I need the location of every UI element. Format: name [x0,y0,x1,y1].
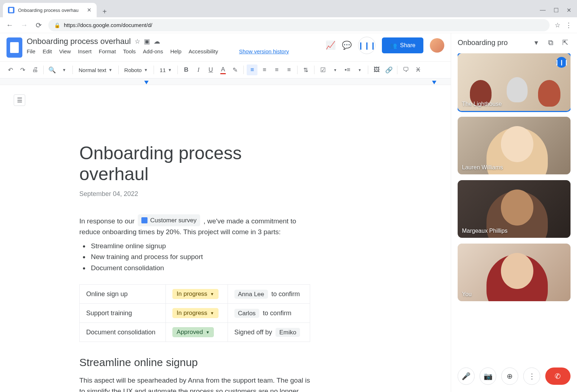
browser-tab-strip: Onboarding process overhau ✕ + — ☐ ✕ [0,0,577,17]
line-spacing-icon[interactable]: ⇅ [300,64,311,75]
docs-logo-icon[interactable] [6,37,22,58]
indent-marker-left[interactable] [144,81,149,84]
ruler[interactable] [0,79,451,85]
bullet-list[interactable]: Streamline online signup New training an… [89,241,310,273]
video-tile[interactable]: Lauren Williams [458,117,571,174]
meet-panel-title: Onboarding pro [458,39,527,47]
status-chip[interactable]: Approved▼ [172,327,214,337]
italic-icon[interactable]: I [193,64,204,75]
checklist-icon[interactable]: ☑ [317,64,328,75]
section-body[interactable]: This aspect will be spearheaded by Anna … [79,375,310,392]
version-history-link[interactable]: Show version history [239,48,289,54]
align-justify-icon[interactable]: ≡ [283,64,294,75]
menu-tools[interactable]: Tools [123,48,136,54]
document-page[interactable]: Onboarding process overhaul September 04… [29,96,325,392]
undo-icon[interactable]: ↶ [5,64,16,75]
menu-help[interactable]: Help [170,48,181,54]
account-avatar[interactable] [430,38,444,53]
person-chip[interactable]: Anna Lee [234,290,268,299]
more-options-button[interactable]: ⋮ [523,368,540,385]
doc-date[interactable]: September 04, 2022 [79,190,310,198]
chevron-down-icon[interactable]: ▾ [531,38,542,47]
menu-insert[interactable]: Insert [78,48,92,54]
mic-button[interactable]: 🎤 [458,368,475,385]
list-item[interactable]: New training and process for support [89,251,310,262]
close-window-icon[interactable]: ✕ [567,7,571,14]
maximize-icon[interactable]: ☐ [554,7,559,14]
person-chip[interactable]: Emiko [276,328,300,337]
meet-side-panel: Onboarding pro ▾ ⧉ ⇱ ❙❙❙ The Lighthouse … [451,33,577,392]
table-row: Document consolidation Approved▼ Signed … [80,323,310,342]
share-button[interactable]: 👥 Share [382,37,423,53]
bulleted-list-icon[interactable]: •≡ [342,64,353,75]
lock-icon: 🔒 [54,22,60,28]
video-tile[interactable]: You [458,244,571,301]
browser-tab[interactable]: Onboarding process overhau ✕ [3,3,97,17]
hangup-button[interactable]: ✆ [545,368,571,385]
document-canvas[interactable]: ☰ Onboarding process overhaul September … [0,85,451,392]
video-tile[interactable]: ❙❙❙ The Lighthouse [458,53,571,111]
insert-link-icon[interactable]: 🔗 [383,64,394,75]
show-outline-icon[interactable]: ☰ [14,94,25,106]
checklist-caret-icon[interactable]: ▼ [330,64,340,75]
menu-view[interactable]: View [59,48,71,54]
paragraph-style-dropdown[interactable]: Normal text▼ [76,67,115,73]
video-tile[interactable]: Margeaux Phillips [458,180,571,238]
clear-formatting-icon[interactable]: X [413,64,423,75]
underline-icon[interactable]: U [205,64,216,75]
bold-icon[interactable]: B [181,64,191,75]
list-item[interactable]: Streamline online signup [89,241,310,251]
url-input[interactable]: 🔒 https://docs.google.com/document/d/ [48,19,550,31]
bulleted-caret-icon[interactable]: ▼ [354,64,365,75]
picture-in-picture-icon[interactable]: ⧉ [545,39,556,47]
status-table[interactable]: Online sign up In progress▼ Anna Lee to … [79,284,310,342]
print-icon[interactable]: 🖨 [30,64,40,75]
align-right-icon[interactable]: ≡ [271,64,282,75]
move-folder-icon[interactable]: ▣ [144,37,150,45]
bookmark-star-icon[interactable]: ☆ [555,21,560,29]
zoom-caret-icon[interactable]: ▼ [59,64,70,75]
back-icon[interactable]: ← [5,21,14,29]
menu-format[interactable]: Format [99,48,116,54]
insert-image-icon[interactable]: 🖼 [371,64,382,75]
menu-addons[interactable]: Add-ons [143,48,163,54]
doc-heading-1[interactable]: Onboarding process overhaul [79,143,310,184]
meet-voice-button[interactable]: ❙❙❙ [358,37,375,54]
font-size-dropdown[interactable]: 11▼ [157,67,175,73]
minimize-icon[interactable]: — [540,7,546,14]
person-chip[interactable]: Carlos [234,309,259,318]
status-chip[interactable]: In progress▼ [172,289,219,299]
redo-icon[interactable]: ↷ [17,64,28,75]
list-item[interactable]: Document consolidation [89,263,310,273]
present-button[interactable]: ⊕ [501,368,518,385]
smart-chip-customer-survey[interactable]: Customer survey [138,214,200,226]
star-icon[interactable]: ☆ [135,37,140,45]
menu-edit[interactable]: Edit [43,48,52,54]
menu-accessibility[interactable]: Accessibility [189,48,218,54]
document-title[interactable]: Onboarding process overhaul [27,37,131,46]
align-left-icon[interactable]: ≡ [247,64,257,75]
comments-icon[interactable]: 💬 [342,41,352,50]
forward-icon[interactable]: → [19,21,29,29]
participant-name: The Lighthouse [462,101,502,107]
status-chip[interactable]: In progress▼ [172,308,219,318]
text-color-icon[interactable]: A [217,64,228,75]
pop-out-icon[interactable]: ⇱ [560,38,571,47]
new-tab-button[interactable]: + [99,6,110,17]
table-row: Support training In progress▼ Carlos to … [80,304,310,323]
close-tab-icon[interactable]: ✕ [87,7,92,13]
camera-button[interactable]: 📷 [480,368,497,385]
participant-name: You [462,291,472,298]
align-center-icon[interactable]: ≡ [259,64,270,75]
browser-more-icon[interactable]: ⋮ [565,21,572,29]
font-dropdown[interactable]: Roboto▼ [122,67,151,73]
activity-icon[interactable]: 📈 [326,41,335,50]
menu-file[interactable]: File [27,48,35,54]
intro-paragraph[interactable]: In response to our Customer survey , we'… [79,214,310,238]
doc-heading-2[interactable]: Streamline online signup [79,356,310,369]
zoom-icon[interactable]: 🔍 [47,64,57,75]
indent-marker-right[interactable] [432,81,436,84]
add-comment-icon[interactable]: 🗨 [400,64,411,75]
highlight-icon[interactable]: ✎ [230,64,241,75]
reload-icon[interactable]: ⟳ [34,21,43,30]
